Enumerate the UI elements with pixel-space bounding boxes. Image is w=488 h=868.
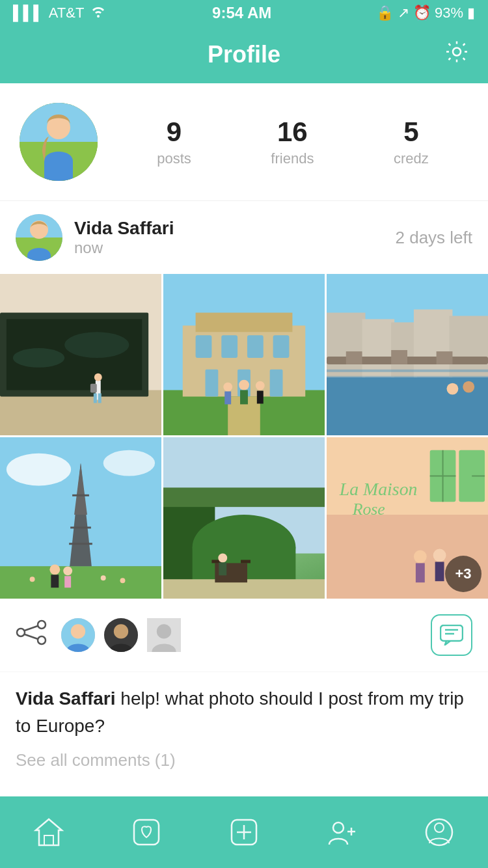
svg-point-120 <box>435 823 444 832</box>
friend-avatars <box>60 617 189 653</box>
status-bar: ▌▌▌ AT&T 9:54 AM 🔒 ↗ ⏰ 93% ▮ <box>0 0 488 26</box>
svg-point-15 <box>64 332 129 358</box>
svg-point-55 <box>7 454 71 486</box>
svg-point-68 <box>101 575 106 580</box>
stats-row: 9 posts 16 friends 5 credz <box>117 116 468 167</box>
svg-rect-80 <box>163 437 325 489</box>
posts-count: 9 <box>167 116 182 148</box>
svg-rect-95 <box>435 562 444 581</box>
svg-point-63 <box>49 564 60 575</box>
location-icon: ↗ <box>398 5 409 21</box>
chat-icon[interactable] <box>431 614 472 656</box>
svg-rect-48 <box>391 350 407 364</box>
svg-rect-18 <box>94 394 97 403</box>
svg-point-14 <box>13 348 64 368</box>
credz-count: 5 <box>403 116 418 148</box>
post-header: Vida Saffari now 2 days left <box>0 201 488 274</box>
days-left: 2 days left <box>395 228 472 248</box>
svg-rect-66 <box>64 576 71 588</box>
battery-icon: ▮ <box>467 5 475 21</box>
svg-rect-112 <box>134 820 159 845</box>
photo-cell-2[interactable] <box>163 274 325 435</box>
post-user-info: Vida Saffari now <box>74 218 395 257</box>
svg-point-106 <box>157 624 171 638</box>
posts-label: posts <box>157 150 191 167</box>
svg-point-65 <box>63 566 72 575</box>
svg-point-94 <box>433 549 446 562</box>
svg-line-99 <box>25 626 38 631</box>
svg-rect-27 <box>247 335 264 358</box>
svg-rect-31 <box>270 370 283 397</box>
svg-point-52 <box>447 383 459 395</box>
caption-username: Vida Saffari <box>16 688 116 709</box>
caption-text: Vida Saffari help! what photo should I p… <box>16 685 472 740</box>
svg-rect-81 <box>163 487 325 507</box>
profile-stats: 9 posts 16 friends 5 credz <box>0 83 488 201</box>
svg-rect-29 <box>205 370 218 397</box>
nav-add[interactable] <box>228 816 260 848</box>
svg-rect-64 <box>51 575 59 588</box>
status-right: 🔒 ↗ ⏰ 93% ▮ <box>376 5 475 21</box>
svg-point-56 <box>103 450 155 476</box>
svg-text:La Maison: La Maison <box>339 479 418 499</box>
posts-stat: 9 posts <box>157 116 191 167</box>
svg-rect-111 <box>44 835 53 845</box>
nav-favorites[interactable] <box>130 816 163 848</box>
photo-cell-1[interactable] <box>0 274 161 435</box>
share-icon[interactable] <box>16 619 47 651</box>
friend-avatar-1 <box>60 617 96 653</box>
post-avatar <box>16 214 62 261</box>
nav-home[interactable] <box>33 816 65 848</box>
actions-row <box>0 599 488 672</box>
photo-cell-3[interactable] <box>327 274 488 435</box>
svg-point-96 <box>17 629 25 636</box>
photo-cell-5[interactable] <box>163 437 325 599</box>
page-title: Profile <box>208 41 280 68</box>
svg-rect-44 <box>414 310 453 377</box>
battery-label: 93% <box>435 5 463 21</box>
nav-add-friend[interactable] <box>325 816 358 848</box>
app-header: Profile <box>0 26 488 83</box>
see-comments[interactable]: See all comments (1) <box>16 750 472 770</box>
settings-icon[interactable] <box>444 39 470 71</box>
svg-point-104 <box>114 624 128 638</box>
svg-point-17 <box>94 373 102 381</box>
svg-point-69 <box>120 578 126 583</box>
svg-rect-34 <box>224 392 231 405</box>
svg-rect-42 <box>362 319 395 377</box>
status-left: ▌▌▌ AT&T <box>13 5 107 21</box>
svg-rect-28 <box>273 335 290 358</box>
lock-icon: 🔒 <box>376 5 394 21</box>
svg-point-78 <box>218 554 227 563</box>
svg-rect-26 <box>221 335 237 358</box>
svg-point-67 <box>30 576 35 582</box>
svg-point-116 <box>333 822 344 833</box>
profile-avatar <box>20 103 98 181</box>
svg-rect-11 <box>0 390 161 435</box>
photo-overlay: +3 <box>445 556 481 592</box>
svg-rect-25 <box>196 335 212 358</box>
svg-point-92 <box>414 550 427 563</box>
svg-rect-62 <box>0 566 161 599</box>
svg-point-37 <box>256 381 265 390</box>
photo-grid: La Maison Rose +3 <box>0 274 488 599</box>
friends-count: 16 <box>277 116 308 148</box>
svg-rect-77 <box>241 560 251 563</box>
friend-avatar-empty <box>146 617 182 653</box>
time-label: 9:54 AM <box>212 4 271 22</box>
credz-label: credz <box>394 150 429 167</box>
friends-label: friends <box>271 150 314 167</box>
bottom-nav <box>0 796 488 868</box>
nav-profile[interactable] <box>423 816 455 848</box>
alarm-icon: ⏰ <box>413 5 431 21</box>
svg-rect-36 <box>240 390 248 405</box>
credz-stat: 5 credz <box>394 116 429 167</box>
photo-cell-4[interactable] <box>0 437 161 599</box>
svg-rect-41 <box>327 313 366 377</box>
svg-rect-93 <box>416 563 425 582</box>
carrier-label: AT&T <box>49 5 85 21</box>
post-time: now <box>74 239 395 257</box>
photo-cell-6[interactable]: La Maison Rose +3 <box>327 437 488 599</box>
svg-rect-24 <box>196 313 293 332</box>
svg-line-100 <box>25 634 38 639</box>
